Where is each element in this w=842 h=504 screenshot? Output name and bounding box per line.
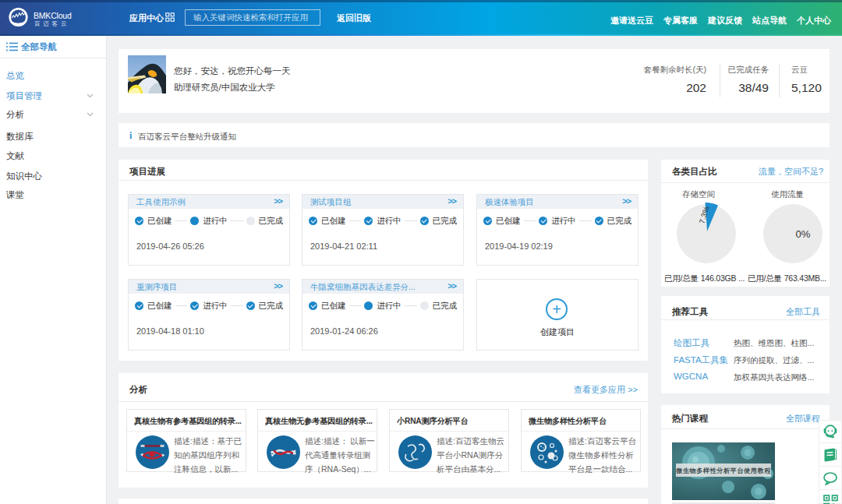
svg-text:微生物多样性分析平台使用教程: 微生物多样性分析平台使用教程 xyxy=(675,467,771,474)
svg-text:0%: 0% xyxy=(796,228,811,240)
